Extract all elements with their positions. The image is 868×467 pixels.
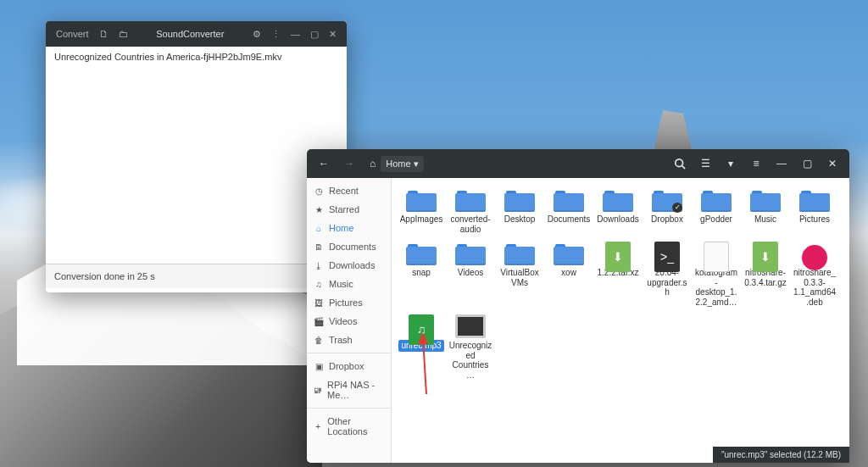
folder-item[interactable]: converted-audio bbox=[446, 186, 495, 236]
item-label: snap bbox=[410, 267, 432, 279]
sidebar-item-documents[interactable]: 🗎Documents bbox=[307, 237, 391, 256]
files-titlebar[interactable]: ← → ⌂ Home ▾ ☰ ▾ ≡ — ▢ ✕ bbox=[307, 149, 849, 178]
sidebar-item-pictures[interactable]: 🖼Pictures bbox=[307, 293, 391, 312]
sidebar-item-home[interactable]: ⌂Home bbox=[307, 219, 391, 237]
file-item[interactable]: kotatogram-desktop_1.2.2_amd… bbox=[692, 240, 741, 309]
folder-icon bbox=[554, 242, 584, 265]
sidebar-icon: 🎬 bbox=[314, 317, 324, 326]
file-item[interactable]: ⬇1.2.2.tar.xz bbox=[593, 240, 643, 309]
file-item[interactable]: ♫unrec.mp3 bbox=[397, 313, 446, 382]
view-list-icon[interactable]: ☰ bbox=[693, 153, 717, 175]
folder-icon bbox=[455, 242, 486, 265]
plus-icon: + bbox=[314, 422, 322, 431]
sidebar-item-label: Starred bbox=[329, 204, 359, 214]
maximize-icon[interactable]: ▢ bbox=[795, 153, 819, 175]
item-label: Pictures bbox=[798, 214, 832, 225]
item-label: Music bbox=[753, 214, 778, 225]
item-label: Downloads bbox=[595, 214, 640, 225]
breadcrumb[interactable]: ⌂ Home ▾ bbox=[363, 156, 431, 172]
folder-icon bbox=[504, 188, 535, 212]
add-folder-icon[interactable]: 🗀 bbox=[114, 25, 133, 42]
minimize-icon[interactable]: — bbox=[286, 25, 305, 42]
sidebar-item-music[interactable]: ♫Music bbox=[307, 275, 391, 293]
folder-item[interactable]: ✓Dropbox bbox=[643, 186, 692, 236]
folder-icon bbox=[799, 188, 830, 212]
file-icon: ⬇ bbox=[605, 242, 631, 272]
hamburger-icon[interactable]: ≡ bbox=[744, 153, 768, 175]
search-icon[interactable] bbox=[668, 153, 692, 175]
file-item[interactable]: Unrecognized Countries … bbox=[446, 313, 495, 382]
folder-item[interactable]: gPodder bbox=[692, 186, 741, 236]
sidebar-icon: 🗎 bbox=[314, 242, 324, 252]
sidebar-icon: ⌂ bbox=[314, 224, 324, 233]
file-item[interactable]: ⬇nitroshare-0.3.4.tar.gz bbox=[741, 240, 790, 309]
close-icon[interactable]: ✕ bbox=[324, 25, 342, 43]
back-button[interactable]: ← bbox=[312, 153, 336, 175]
sidebar-icon: 🖼 bbox=[314, 298, 324, 308]
file-icon bbox=[802, 245, 827, 270]
sidebar-icon: 🗑 bbox=[314, 336, 324, 345]
sidebar-item-label: Home bbox=[329, 223, 353, 233]
folder-item[interactable]: Downloads bbox=[593, 186, 643, 236]
kebab-icon[interactable]: ⋮ bbox=[266, 25, 286, 43]
sidebar-item-trash[interactable]: 🗑Trash bbox=[307, 331, 391, 349]
sidebar-item-label: Documents bbox=[329, 242, 376, 252]
folder-item[interactable]: snap bbox=[397, 240, 446, 309]
folder-icon bbox=[406, 188, 437, 212]
sidebar-item-recent[interactable]: ◷Recent bbox=[307, 181, 391, 200]
sidebar-item-starred[interactable]: ★Starred bbox=[307, 200, 391, 219]
soundconverter-file-list[interactable]: Unrecognized Countries in America-fjHHP2… bbox=[46, 47, 347, 264]
sidebar-mount[interactable]: ▣Dropbox bbox=[307, 357, 391, 375]
sync-badge-icon: ✓ bbox=[672, 203, 682, 213]
folder-item[interactable]: Pictures bbox=[790, 186, 839, 236]
mount-icon: 🖳 bbox=[314, 386, 322, 395]
folder-item[interactable]: Videos bbox=[446, 240, 495, 309]
file-icon bbox=[704, 242, 729, 272]
file-item[interactable]: nitroshare_0.3.3-1.1_amd64.deb bbox=[790, 240, 839, 309]
sidebar-item-downloads[interactable]: ⭳Downloads bbox=[307, 256, 391, 275]
file-item[interactable]: >_20.04-upgrader.sh bbox=[643, 240, 692, 309]
breadcrumb-home[interactable]: Home ▾ bbox=[381, 156, 423, 172]
file-icon: ⬇ bbox=[753, 242, 778, 272]
home-icon[interactable]: ⌂ bbox=[370, 158, 376, 170]
item-label: Unrecognized Countries … bbox=[447, 340, 494, 381]
files-sidebar: ◷Recent★Starred⌂Home🗎Documents⭳Downloads… bbox=[307, 178, 392, 463]
files-icon-grid[interactable]: AppImagesconverted-audioDesktopDocuments… bbox=[392, 178, 849, 463]
folder-item[interactable]: VirtualBox VMs bbox=[495, 240, 544, 309]
sidebar-item-label: Trash bbox=[329, 335, 353, 345]
add-file-icon[interactable]: 🗋 bbox=[94, 25, 114, 42]
sidebar-other-locations[interactable]: +Other Locations bbox=[307, 412, 391, 441]
sidebar-icon: ★ bbox=[314, 205, 324, 214]
folder-item[interactable]: Documents bbox=[544, 186, 593, 236]
sidebar-item-videos[interactable]: 🎬Videos bbox=[307, 312, 391, 331]
sidebar-item-label: Dropbox bbox=[329, 361, 364, 371]
item-label: Dropbox bbox=[649, 214, 685, 225]
soundconverter-title: SoundConverter bbox=[156, 29, 224, 39]
folder-item[interactable]: Desktop bbox=[495, 186, 544, 236]
folder-item[interactable]: Music bbox=[741, 186, 790, 236]
sidebar-icon: ◷ bbox=[314, 186, 324, 196]
folder-icon bbox=[554, 188, 584, 212]
minimize-icon[interactable]: — bbox=[770, 153, 793, 175]
item-label: Videos bbox=[456, 267, 485, 279]
video-icon bbox=[455, 314, 486, 338]
folder-icon bbox=[750, 188, 781, 212]
close-icon[interactable]: ✕ bbox=[821, 153, 844, 175]
folder-item[interactable]: AppImages bbox=[397, 186, 446, 236]
item-label: Documents bbox=[546, 214, 593, 225]
item-label: AppImages bbox=[398, 214, 445, 225]
view-menu-icon[interactable]: ▾ bbox=[719, 153, 743, 175]
forward-button[interactable]: → bbox=[337, 153, 361, 175]
sidebar-item-label: Recent bbox=[329, 186, 359, 196]
sidebar-icon: ⭳ bbox=[314, 261, 324, 270]
folder-item[interactable]: xow bbox=[544, 240, 593, 309]
svg-line-1 bbox=[682, 166, 686, 170]
sidebar-item-label: Music bbox=[329, 279, 353, 289]
folder-icon bbox=[455, 188, 486, 212]
sidebar-mount[interactable]: 🖳RPi4 NAS - Me… bbox=[307, 375, 391, 404]
maximize-icon[interactable]: ▢ bbox=[305, 25, 324, 43]
convert-button[interactable]: Convert bbox=[51, 25, 94, 42]
gear-icon[interactable]: ⚙ bbox=[248, 25, 266, 43]
soundconverter-titlebar[interactable]: Convert 🗋 🗀 SoundConverter ⚙ ⋮ — ▢ ✕ bbox=[46, 21, 347, 47]
file-entry[interactable]: Unrecognized Countries in America-fjHHP2… bbox=[54, 52, 338, 62]
